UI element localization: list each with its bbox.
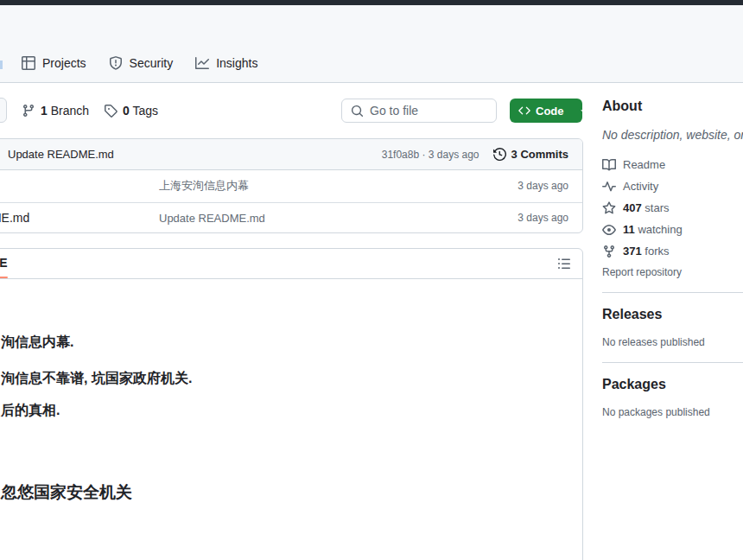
forks-label: forks [645, 245, 669, 258]
file-commit-message[interactable]: 上海安洵信息内幕 [159, 178, 249, 194]
readme-active-tab-underline [0, 277, 8, 278]
commit-hash-time[interactable]: 31f0a8b · 3 days ago [382, 149, 479, 161]
releases-title: Releases [602, 307, 743, 322]
code-button-label: Code [536, 105, 564, 118]
book-icon [602, 158, 616, 172]
watching-label: watching [638, 223, 682, 236]
file-row[interactable]: 上海安洵信息内幕 3 days ago [0, 170, 582, 202]
packages-title: Packages [602, 377, 743, 392]
search-icon [351, 105, 364, 118]
readme-paragraph: 洵信息不靠谱, 坑国家政府机关. [1, 370, 192, 388]
tab-security[interactable]: Security [109, 56, 174, 70]
shield-icon [109, 56, 123, 70]
sidebar-divider [602, 292, 743, 293]
file-commit-time: 3 days ago [518, 212, 568, 224]
branch-label: Branch [51, 104, 89, 118]
activity-link[interactable]: Activity [602, 175, 743, 197]
projects-table-icon [22, 56, 35, 70]
pulse-icon [602, 180, 616, 194]
code-button[interactable]: Code [510, 99, 582, 123]
code-icon [518, 105, 530, 117]
graph-icon [195, 56, 209, 70]
tab-security-label: Security [130, 56, 174, 70]
tab-projects-label: Projects [42, 56, 86, 70]
commits-label: Commits [520, 148, 568, 161]
readme-link[interactable]: Readme [602, 154, 743, 175]
packages-empty-text: No packages published [602, 406, 743, 418]
commit-history-link[interactable]: 3 Commits [493, 148, 568, 161]
forks-count: 371 [623, 245, 642, 258]
about-title: About [602, 99, 743, 114]
git-branch-icon [22, 104, 35, 118]
readme-heading: 忽悠国家安全机关 [1, 481, 132, 504]
go-to-file-placeholder: Go to file [370, 104, 418, 118]
branch-selector-button-fragment[interactable] [0, 98, 7, 123]
readme-card: README 洵信息内幕. 洵信息不靠谱, 坑国家政府机关. 后的真相. 忽悠国… [0, 248, 583, 560]
watching-count: 11 [623, 223, 635, 236]
branches-link[interactable]: 1 Branch [22, 104, 89, 118]
stars-label: stars [645, 201, 669, 214]
file-commit-message[interactable]: Update README.md [159, 212, 265, 225]
readme-paragraph: 后的真相. [1, 402, 60, 420]
file-row[interactable]: README.md Update README.md 3 days ago [0, 202, 582, 234]
readme-tab[interactable]: README [0, 256, 8, 270]
tab-projects[interactable]: Projects [22, 56, 86, 70]
tags-label: Tags [132, 104, 158, 118]
about-description: No description, website, or topics provi… [602, 128, 743, 142]
forks-link[interactable]: 371 forks [602, 240, 743, 262]
files-card: Update README.md 31f0a8b · 3 days ago 3 … [0, 138, 583, 233]
readme-paragraph: 洵信息内幕. [1, 334, 73, 352]
eye-icon [602, 223, 616, 237]
releases-empty-text: No releases published [602, 336, 743, 348]
tag-icon [104, 104, 117, 118]
repo-nav-tabs: Projects Security Insights [22, 50, 257, 76]
file-commit-time: 3 days ago [518, 180, 568, 192]
sidebar-divider [602, 362, 743, 363]
activity-link-label: Activity [623, 180, 658, 193]
tab-insights[interactable]: Insights [195, 56, 257, 70]
tags-link[interactable]: 0 Tags [104, 104, 158, 118]
readme-link-label: Readme [623, 158, 665, 171]
code-dropdown-caret[interactable] [571, 105, 595, 116]
fork-icon [602, 245, 616, 258]
latest-commit-bar: Update README.md 31f0a8b · 3 days ago 3 … [0, 139, 582, 170]
latest-commit-message[interactable]: Update README.md [8, 148, 114, 161]
stars-link[interactable]: 407 stars [602, 197, 743, 219]
stars-count: 407 [623, 201, 642, 214]
sidebar-about: About No description, website, or topics… [602, 92, 743, 418]
outline-list-icon[interactable] [557, 257, 571, 270]
star-icon [602, 201, 616, 215]
tags-count: 0 [123, 104, 130, 118]
file-name[interactable]: README.md [0, 211, 29, 225]
repo-header: Projects Security Insights [0, 5, 743, 83]
go-to-file-input[interactable]: Go to file [341, 99, 497, 123]
commits-count: 3 [511, 148, 518, 161]
readme-header: README [0, 249, 582, 279]
cut-tab-icon-fragment [0, 60, 3, 69]
watching-link[interactable]: 11 watching [602, 219, 743, 240]
tab-insights-label: Insights [216, 56, 257, 70]
branch-tag-links: 1 Branch 0 Tags [22, 104, 158, 118]
report-repository-link[interactable]: Report repository [602, 266, 743, 278]
history-icon [493, 148, 506, 161]
branch-count: 1 [41, 104, 48, 118]
